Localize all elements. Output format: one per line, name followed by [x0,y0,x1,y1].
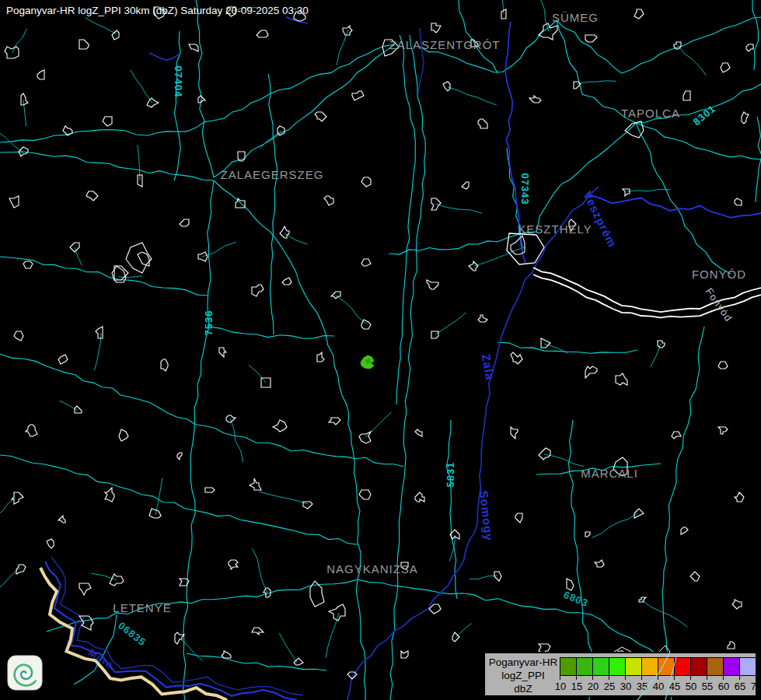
radar-map-stage: Poganyvar-HR logZ_PPI 30km (dbZ) Saturda… [0,0,761,700]
radar-echo [361,355,374,369]
legend-line-unit: dbZ [487,682,560,695]
legend-swatch [609,657,626,676]
legend-line-product: logZ_PPI [487,669,560,682]
legend-tick-label: 10 [555,681,566,692]
legend-swatch [626,657,642,676]
legend-tick-label: 45 [669,681,680,692]
legend-tick-label: 40 [653,681,664,692]
legend-swatch [577,657,593,676]
legend-swatches [560,657,757,676]
legend-tick-label: 55 [702,681,713,692]
legend-tick-label: 60 [718,681,729,692]
legend-tick-mark [723,676,724,680]
legend-tick-mark [756,676,756,680]
legend-swatch [642,657,658,676]
road-label-5831: 5831 [445,462,456,488]
road-label-07404: 07404 [173,65,184,97]
legend-swatch [691,657,707,676]
legend-tick-mark [739,676,740,680]
legend-tick-label: 30 [620,681,631,692]
city-label-letenye: LETENYE [113,601,171,614]
legend-tick-label: 25 [604,681,615,692]
legend-tick-label: 15 [571,681,582,692]
legend-product-text: Poganyvar-HR logZ_PPI dbZ [487,656,560,695]
legend-swatch [593,657,609,676]
radar-product-title: Poganyvar-HR logZ_PPI 30km (dbZ) Saturda… [6,5,309,16]
legend-tick-mark [641,676,642,680]
road-network [0,0,761,700]
legend-tick-mark [674,676,675,680]
city-label-nagykanizsa: NAGYKANIZSA [326,562,418,576]
legend-color-bar: 10152025303540455055606570 [560,657,757,695]
met-spiral-logo [7,655,43,691]
legend-swatch [658,657,675,676]
legend-tick-label: 35 [637,681,648,692]
legend-swatch [740,657,756,676]
map-svg [0,0,761,700]
legend-swatch [675,657,691,676]
legend-tick-mark [625,676,626,680]
road-label-07343: 07343 [519,173,531,205]
legend-swatch [724,657,740,676]
legend-tick-mark [560,676,560,680]
legend-tick-mark [690,676,691,680]
legend-tick-mark [707,676,707,680]
legend-tick-mark [658,676,658,680]
legend-tick-label: 20 [588,681,599,692]
legend-swatch [560,657,577,676]
city-label-fonyod: FONYÓD [692,268,746,281]
city-label-zalaegerszeg: ZALAEGERSZEG [221,168,324,181]
city-label-tapolca: TAPOLCA [621,107,680,120]
legend-tick-mark [592,676,593,680]
city-label-sumeg: SÜMEG [552,11,599,24]
legend-tick-mark [576,676,577,680]
city-label-keszthely: KESZTHELY [518,222,592,236]
legend-swatch [707,657,724,676]
legend-tick-mark [609,676,609,680]
legend-tick-label: 50 [686,681,696,692]
color-scale-legend: Poganyvar-HR logZ_PPI dbZ 10152025303540… [483,652,757,697]
road-label-7536: 7536 [203,310,215,336]
city-label-marcali: MARCALI [581,467,638,480]
legend-tick-label: 70 [751,681,761,692]
legend-tick-label: 65 [735,681,745,692]
city-label-zalaszentgrot: ZALASZENTGRÓT [389,38,500,51]
legend-line-radar: Poganyvar-HR [487,656,560,669]
